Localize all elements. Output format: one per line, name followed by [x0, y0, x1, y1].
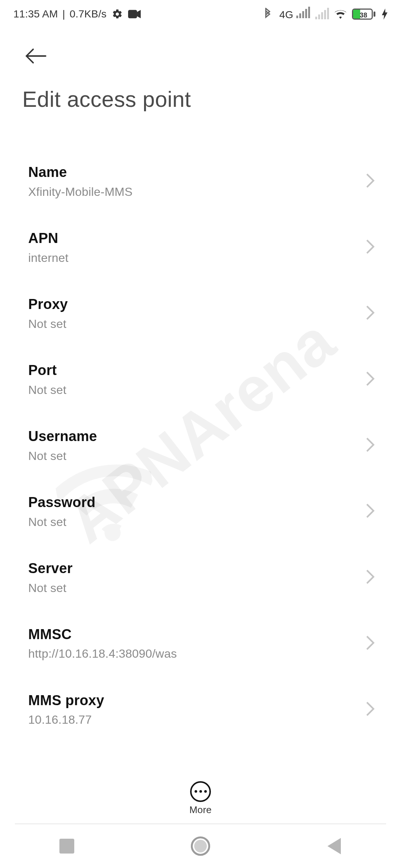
svg-rect-0	[128, 10, 137, 19]
signal-secondary-icon	[315, 9, 329, 19]
square-icon	[59, 839, 74, 854]
chevron-right-icon	[365, 305, 375, 322]
row-username[interactable]: Username Not set	[28, 412, 373, 479]
row-label: APN	[28, 230, 351, 247]
status-sep: |	[62, 8, 65, 20]
system-navbar	[0, 824, 401, 868]
chevron-right-icon	[365, 371, 375, 388]
status-bar: 11:35 AM | 0.7KB/s 4G 38	[0, 0, 401, 28]
chevron-right-icon	[365, 437, 375, 454]
chevron-right-icon	[365, 569, 375, 586]
row-value: Not set	[28, 383, 351, 397]
charging-icon	[382, 9, 388, 20]
statusbar-left: 11:35 AM | 0.7KB/s	[13, 8, 141, 20]
row-value: http://10.16.18.4:38090/was	[28, 647, 351, 661]
status-datarate: 0.7KB/s	[69, 8, 106, 20]
network-label: 4G	[279, 9, 293, 20]
row-label: Proxy	[28, 296, 351, 313]
settings-list: Name Xfinity-Mobile-MMS APN internet Pro…	[0, 148, 401, 771]
row-label: Username	[28, 428, 351, 445]
circle-icon	[191, 836, 210, 856]
chevron-right-icon	[365, 503, 375, 520]
row-value: Not set	[28, 317, 351, 331]
chevron-right-icon	[365, 635, 375, 652]
nav-recents-button[interactable]	[56, 835, 78, 857]
row-apn[interactable]: APN internet	[28, 214, 373, 280]
row-server[interactable]: Server Not set	[28, 545, 373, 611]
row-value: Not set	[28, 581, 351, 595]
chevron-right-icon	[365, 239, 375, 256]
row-port[interactable]: Port Not set	[28, 346, 373, 412]
bluetooth-icon	[261, 8, 274, 20]
triangle-left-icon	[327, 838, 341, 854]
row-value: Xfinity-Mobile-MMS	[28, 185, 351, 199]
signal-primary: 4G	[279, 8, 310, 21]
row-value: internet	[28, 251, 351, 265]
row-proxy[interactable]: Proxy Not set	[28, 280, 373, 346]
statusbar-right: 4G 38	[261, 8, 388, 21]
more-label: More	[189, 804, 212, 816]
row-label: MMSC	[28, 626, 351, 643]
back-button[interactable]	[20, 40, 52, 72]
gear-icon	[111, 8, 124, 20]
more-icon	[190, 781, 211, 802]
more-button[interactable]: More	[0, 772, 401, 824]
nav-back-button[interactable]	[323, 835, 345, 857]
row-mms-proxy[interactable]: MMS proxy 10.16.18.77	[28, 677, 373, 743]
signal-bars-icon	[296, 8, 310, 18]
row-value: Not set	[28, 515, 351, 529]
row-label: Name	[28, 164, 351, 181]
row-value: 10.16.18.77	[28, 713, 351, 727]
row-label: MMS proxy	[28, 692, 351, 709]
row-mmsc[interactable]: MMSC http://10.16.18.4:38090/was	[28, 611, 373, 677]
chevron-right-icon	[365, 173, 375, 190]
battery-icon: 38	[352, 9, 375, 20]
arrow-left-icon	[25, 48, 48, 64]
row-password[interactable]: Password Not set	[28, 479, 373, 545]
app-header: Edit access point	[0, 37, 401, 112]
nav-home-button[interactable]	[189, 835, 212, 857]
row-name[interactable]: Name Xfinity-Mobile-MMS	[28, 148, 373, 214]
chevron-right-icon	[365, 701, 375, 718]
row-label: Port	[28, 362, 351, 379]
row-label: Password	[28, 494, 351, 511]
wifi-icon	[334, 8, 347, 20]
row-label: Server	[28, 560, 351, 577]
camera-icon	[128, 8, 141, 20]
status-time: 11:35 AM	[13, 8, 58, 20]
battery-percent: 38	[353, 10, 373, 20]
row-value: Not set	[28, 449, 351, 463]
page-title: Edit access point	[22, 87, 379, 112]
